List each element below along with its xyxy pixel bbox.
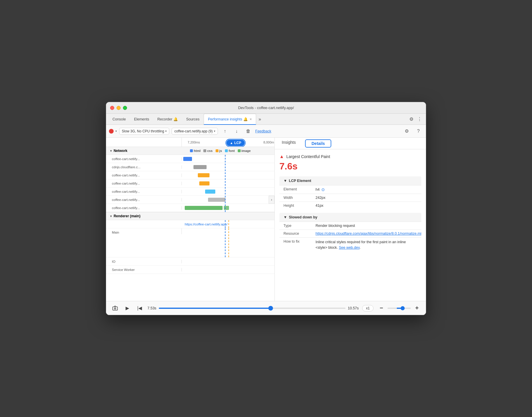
inspect-element-icon[interactable]: ⊙ [321, 187, 325, 192]
network-label-area: ▼ Network [110, 149, 185, 153]
slowed-toggle: ▼ [283, 215, 287, 219]
zoom-in-button[interactable]: + [413, 304, 421, 313]
lcp-element-header[interactable]: ▼ LCP Element [279, 176, 421, 185]
tab-performance-label: Performance insights 🔔 [208, 117, 248, 121]
throttle-label: Slow 3G, No CPU throttling [122, 129, 164, 133]
period: . [360, 246, 360, 250]
right-panel: Insights Details ▲ Largest Contentful Pa… [274, 138, 426, 301]
bar-font-5 [205, 190, 215, 194]
lcp-marker: ▲ LCP [226, 139, 246, 147]
tab-recorder-label: Recorder 🔔 [157, 117, 178, 121]
svg-rect-0 [113, 307, 118, 310]
main-label: Main [106, 228, 182, 234]
upload-button[interactable]: ↑ [220, 127, 230, 136]
insights-label: Insights [282, 140, 296, 145]
minimize-button[interactable] [117, 106, 121, 110]
panel-tabs: Insights Details [275, 138, 426, 149]
slowed-down-header[interactable]: ▼ Slowed down by [279, 213, 421, 222]
target-label: coffee-cart.netlify.app (9) [174, 129, 213, 133]
network-toggle[interactable]: ▼ [110, 149, 112, 153]
tab-sources[interactable]: Sources [182, 114, 204, 125]
record-dropdown-arrow[interactable]: ▾ [115, 129, 117, 133]
legend-image-dot [238, 149, 241, 152]
settings-icon-button[interactable]: ⚙ [407, 115, 415, 123]
close-tab-icon[interactable]: × [250, 117, 252, 121]
renderer-link-row: https://coffee-cart.netlify.app/ [106, 220, 274, 228]
timeline-ruler: 7,200ms 8,000m ▲ LCP [182, 138, 274, 147]
toolbar-settings-icon[interactable]: ⚙ [402, 127, 411, 136]
renderer-label-area: ▼ Renderer (main) [110, 214, 185, 218]
renderer-section-header: ▼ Renderer (main) [106, 212, 274, 220]
playback-slider[interactable] [159, 305, 346, 311]
renderer-toggle[interactable]: ▼ [110, 215, 112, 218]
throttle-dropdown[interactable]: Slow 3G, No CPU throttling ▾ [119, 128, 169, 135]
feedback-link[interactable]: Feedback [255, 129, 271, 133]
throttle-arrow: ▾ [165, 129, 167, 133]
tab-bar: Console Elements Recorder 🔔 Sources Perf… [106, 114, 426, 125]
legend-css-dot [203, 149, 206, 152]
target-dropdown[interactable]: coffee-cart.netlify.app (9) ▾ [172, 128, 218, 135]
speed-badge[interactable]: x1 [362, 305, 374, 311]
row-bar-area-6: › [182, 196, 274, 204]
play-button[interactable]: ▶ [123, 304, 132, 313]
time-end: 10.57s [348, 306, 359, 310]
bottom-toolbar: ▶ |◀ 7.53s 10.57s x1 − + [106, 301, 426, 315]
element-row: Element h4 ⊙ [279, 185, 421, 194]
renderer-url-link[interactable]: https://coffee-cart.netlify.app/ [182, 222, 228, 226]
table-row: coffee-cart.netlify... [106, 179, 274, 188]
renderer-yellow-line [228, 220, 229, 228]
see-web-dev-link[interactable]: See web.dev [339, 246, 360, 250]
tab-console[interactable]: Console [108, 114, 130, 125]
tab-performance-insights[interactable]: Performance insights 🔔 × [204, 114, 256, 125]
download-button[interactable]: ↓ [232, 127, 241, 136]
bar-html-1 [183, 157, 192, 161]
more-tabs-button[interactable]: » [256, 117, 263, 122]
tab-recorder[interactable]: Recorder 🔔 [153, 114, 182, 125]
toolbar-help-icon[interactable]: ? [414, 127, 423, 136]
legend-css: css [203, 149, 212, 153]
window-controls [110, 106, 127, 110]
lcp-element-toggle: ▼ [283, 179, 287, 183]
lcp-element-title: LCP Element [289, 179, 311, 183]
record-button[interactable] [109, 129, 114, 134]
maximize-button[interactable] [123, 106, 127, 110]
details-label: Details [311, 141, 325, 146]
zoom-slider[interactable] [387, 305, 411, 311]
legend-image: image [238, 149, 251, 153]
element-tag: h4 [316, 188, 320, 192]
zoom-thumb[interactable] [401, 306, 405, 310]
table-row: coffee-cart.netlify... [106, 188, 274, 196]
slider-thumb[interactable] [268, 306, 273, 311]
bar-image-7b [224, 206, 229, 210]
how-to-fix-label: How to fix [283, 239, 316, 250]
element-label: Element [283, 187, 316, 192]
bar-gray-6 [208, 198, 226, 202]
expand-chevron[interactable]: › [269, 196, 274, 204]
tab-sources-label: Sources [186, 117, 200, 121]
timeline-area: 7,200ms 8,000m ▲ LCP [106, 138, 274, 301]
service-worker-row: Service Worker [106, 266, 274, 274]
resource-label: Resource [283, 232, 316, 236]
row-label-2: cdnjs.cloudflare.c... [106, 165, 182, 169]
main-thread-row: Main [106, 228, 274, 257]
close-button[interactable] [110, 106, 114, 110]
screenshot-button[interactable] [111, 304, 119, 313]
details-tab-container: Details [303, 138, 334, 149]
more-options-button[interactable]: ⋮ [415, 115, 424, 123]
height-value: 41px [316, 204, 417, 208]
slider-track [159, 308, 346, 309]
bar-js-4 [199, 181, 209, 185]
renderer-label: Renderer (main) [114, 214, 140, 218]
tab-details[interactable]: Details [305, 139, 331, 148]
resource-link[interactable]: https://cdnjs.cloudflare.com/ajax/libs/n… [316, 232, 421, 236]
start-button[interactable]: |◀ [135, 304, 144, 313]
delete-button[interactable]: 🗑 [244, 127, 253, 136]
zoom-out-button[interactable]: − [377, 304, 386, 313]
play-icon: ▶ [126, 305, 129, 311]
tab-elements[interactable]: Elements [130, 114, 153, 125]
legend-js-dot [216, 149, 219, 152]
tab-insights[interactable]: Insights [275, 138, 303, 149]
bar-image-7 [185, 206, 223, 210]
titlebar: DevTools - coffee-cart.netlify.app/ [106, 102, 426, 114]
legend-js-label: js [219, 149, 222, 153]
